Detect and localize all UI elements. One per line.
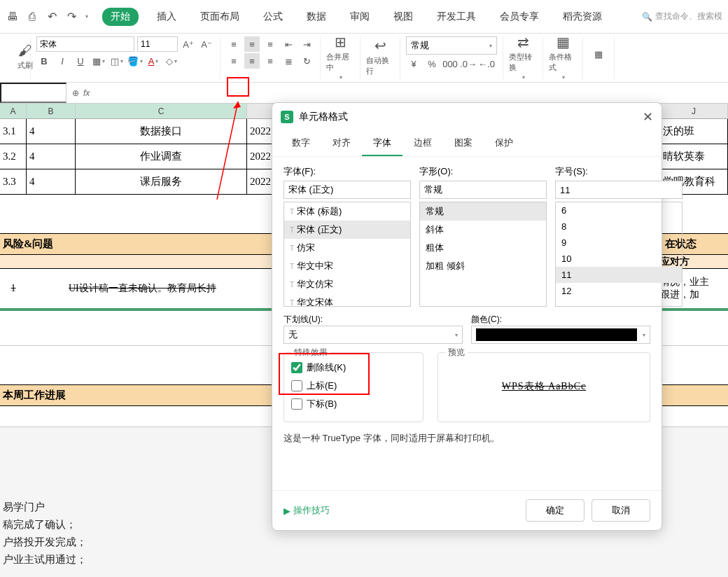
close-icon[interactable]: ✕ [643,109,653,125]
fx-icon[interactable]: fx [83,88,90,98]
merge-cells-button[interactable]: ⊞合并居中▾ [326,36,354,77]
formula-input[interactable] [95,83,728,103]
tab-layout[interactable]: 页面布局 [195,6,245,27]
style-list[interactable]: 常规 斜体 粗体 加粗 倾斜 [419,202,547,307]
type-convert-button[interactable]: ⇄类型转换▾ [509,36,537,77]
tab-start[interactable]: 开始 [102,8,139,26]
qat-dropdown-icon[interactable]: ▾ [85,13,88,20]
list-item[interactable]: 11 [556,267,682,283]
align-bottom-icon[interactable]: ≡ [262,36,278,52]
tab-dev[interactable]: 开发工具 [431,6,482,27]
tab-view[interactable]: 视图 [388,6,419,27]
size-list[interactable]: 6 8 9 10 11 12 [555,202,682,307]
col-header-B[interactable]: B [27,104,76,118]
currency-icon[interactable]: ¥ [406,56,421,71]
list-item[interactable]: T华文中宋 [284,257,410,275]
list-item[interactable]: T宋体 (正文) [284,221,410,239]
list-item[interactable]: 6 [556,202,682,218]
print-icon[interactable]: 🖶 [6,10,20,24]
increase-font-icon[interactable]: A⁺ [181,36,196,52]
cell[interactable]: 课后服务 [76,169,247,194]
cell[interactable]: 3.3 [0,169,27,194]
dlg-tab-protect[interactable]: 保护 [484,131,524,156]
dec-inc-icon[interactable]: .0→ [461,56,476,71]
align-top-icon[interactable]: ≡ [226,36,241,52]
list-item[interactable]: T仿宋 [284,239,410,257]
dlg-tab-pattern[interactable]: 图案 [443,131,484,156]
cell-style-button[interactable]: ◫▾ [109,53,125,69]
fill-color-button[interactable]: 🪣▾ [127,53,143,69]
ok-button[interactable]: 确定 [526,499,584,522]
justify-icon[interactable]: ≣ [281,53,296,69]
dlg-tab-number[interactable]: 数字 [281,131,321,156]
undo-icon[interactable]: ↶ [45,10,59,24]
name-box[interactable] [0,83,66,103]
list-item[interactable]: 9 [556,235,682,251]
tab-formula[interactable]: 公式 [258,6,288,27]
font-input[interactable] [284,181,411,199]
col-header-C[interactable]: C [76,104,247,118]
align-center-icon[interactable]: ≡ [244,53,260,69]
col-header-J[interactable]: J [660,104,728,118]
list-item[interactable]: T华文仿宋 [284,275,410,293]
font-name-select[interactable] [36,36,134,52]
wrap-text-button[interactable]: ↩自动换行 [366,36,394,77]
list-item[interactable]: T华文宋体 [284,293,410,307]
cell[interactable]: 作业调查 [76,144,247,169]
number-format-select[interactable]: 常规▾ [406,36,497,55]
decrease-font-icon[interactable]: A⁻ [199,36,214,52]
align-right-icon[interactable]: ≡ [262,53,278,69]
tab-insert[interactable]: 插入 [151,6,182,27]
thousands-icon[interactable]: 000 [442,56,458,71]
tab-review[interactable]: 审阅 [344,6,375,27]
format-table-icon[interactable]: ▦ [589,36,608,71]
percent-icon[interactable]: % [424,56,440,71]
orientation-icon[interactable]: ↻ [299,53,314,69]
italic-button[interactable]: I [55,53,70,69]
cond-format-button[interactable]: ▦条件格式▾ [549,36,577,77]
strike-checkbox[interactable]: 删除线(K) [291,359,416,377]
dlg-tab-font[interactable]: 字体 [362,131,402,156]
align-middle-icon[interactable]: ≡ [244,36,260,52]
list-item[interactable]: 常规 [420,202,546,221]
list-item[interactable]: 粗体 [420,239,546,257]
cell[interactable]: 3.1 [0,119,27,144]
style-input[interactable] [419,181,547,199]
cell[interactable]: 4 [27,144,76,169]
redo-icon[interactable]: ↷ [64,10,78,24]
superscript-checkbox[interactable]: 上标(E) [291,377,416,395]
font-color-button[interactable]: A▾ [146,53,161,69]
col-header-A[interactable]: A [0,104,27,118]
cell[interactable]: 沃的班 [660,119,728,144]
list-item[interactable]: 10 [556,251,682,267]
list-item[interactable]: 8 [556,218,682,235]
dlg-tab-align[interactable]: 对齐 [321,131,362,156]
subscript-checkbox[interactable]: 下标(B) [291,395,416,413]
list-item[interactable]: 12 [556,283,682,299]
underline-select[interactable]: 无▾ [284,326,463,344]
cell[interactable]: 3.2 [0,144,27,169]
font-size-select[interactable] [137,36,178,52]
list-item[interactable]: 加粗 倾斜 [420,257,546,275]
list-item[interactable]: 斜体 [420,221,546,239]
print-preview-icon[interactable]: ⎙ [25,10,39,24]
tab-data[interactable]: 数据 [301,6,332,27]
tips-link[interactable]: ▶操作技巧 [284,504,330,517]
cancel-button[interactable]: 取消 [592,499,650,522]
borders-button[interactable]: ▦▾ [91,53,106,69]
font-list[interactable]: T宋体 (标题) T宋体 (正文) T仿宋 T华文中宋 T华文仿宋 T华文宋体 [284,202,411,307]
decrease-indent-icon[interactable]: ⇤ [281,36,296,52]
dec-dec-icon[interactable]: ←.0 [479,56,494,71]
size-input[interactable] [555,181,682,199]
tab-member[interactable]: 会员专享 [494,6,545,27]
cell[interactable]: 4 [27,169,76,194]
expand-icon[interactable]: ⊕ [72,88,79,98]
command-search[interactable]: 🔍 查找命令、搜索模 [642,11,722,22]
cell[interactable]: 4 [27,119,76,144]
color-select[interactable]: ▾ [471,326,650,344]
increase-indent-icon[interactable]: ⇥ [299,36,314,52]
tab-docer[interactable]: 稻壳资源 [557,6,608,27]
cell[interactable]: 数据接口 [76,119,247,144]
underline-button[interactable]: U [73,53,88,69]
list-item[interactable]: T宋体 (标题) [284,202,410,221]
